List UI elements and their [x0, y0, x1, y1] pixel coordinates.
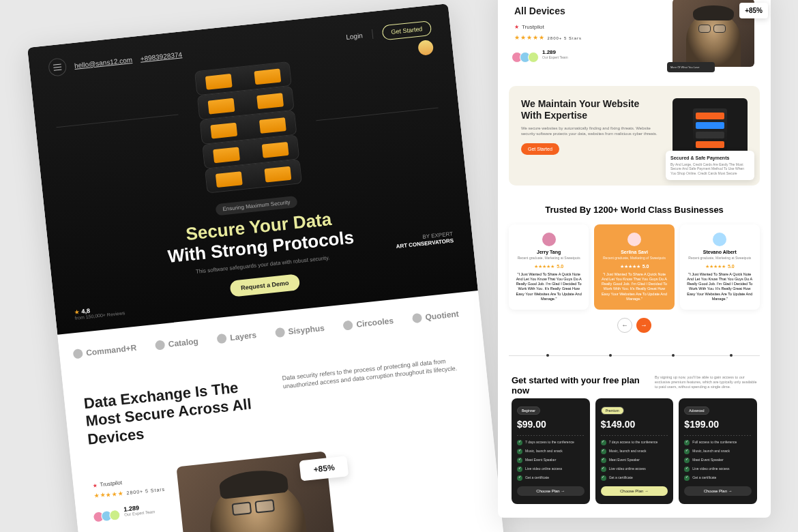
star-icon: ★ — [74, 308, 80, 316]
overlay-percent-card: +85% — [299, 456, 349, 481]
contact-email[interactable]: hello@sans12.com — [74, 56, 133, 70]
rating-stars: ★★★★★5.0 — [685, 264, 754, 269]
logo-item: Catalog — [155, 336, 198, 351]
trustpilot-block: ★Trustpilot ★★★★★ 2800+ 5 Stars 1.289 Ou… — [92, 475, 168, 522]
check-icon — [601, 440, 606, 445]
five-stars: ★★★★★ 2800+ 5 Stars — [514, 34, 663, 41]
rating-stars: ★★★★★5.0 — [600, 264, 668, 269]
server-rack-illustration: Secured & Safe Payments By And Large, Cr… — [673, 98, 748, 173]
maintain-desc: We secure websites by automatically find… — [521, 125, 662, 137]
testimonial-card: Stevano Albert Recent graduate, Marketin… — [680, 224, 760, 310]
section-heading: Data Exchange Is The Most Secure Across … — [83, 376, 273, 449]
wave-divider — [509, 345, 760, 366]
next-button[interactable]: → — [636, 318, 651, 333]
get-started-orange-button[interactable]: Get Started — [521, 143, 559, 155]
overlay-percent-small: +85% — [739, 3, 768, 18]
pricing-card-advanced: Advanced $199.00 Full access to the conf… — [679, 398, 757, 504]
avatar — [542, 233, 556, 246]
trustpilot-star-icon: ★ — [92, 482, 98, 489]
menu-icon[interactable] — [48, 57, 68, 77]
feature-list: 7 days access to the conference Music, l… — [517, 440, 585, 481]
plan-price: $199.00 — [684, 419, 752, 430]
section-description: Data security refers to the process of p… — [282, 355, 471, 428]
check-icon — [517, 475, 522, 481]
choose-plan-button[interactable]: Choose Plan → — [684, 486, 752, 496]
prev-button[interactable]: ← — [617, 318, 632, 333]
avatar — [713, 233, 726, 246]
plan-badge: Premium — [601, 407, 624, 415]
check-icon — [684, 475, 690, 481]
logo-item: Quotient — [412, 309, 459, 323]
pricing-card-premium: Premium $149.00 7 days access to the con… — [595, 398, 674, 504]
choose-plan-button[interactable]: Choose Plan → — [517, 486, 585, 496]
person-photo-small: More Of What You Love +85% — [673, 0, 754, 67]
plan-badge: Advanced — [684, 407, 709, 415]
pricing-card-beginner: Beginner $99.00 7 days access to the con… — [512, 398, 590, 504]
logo-item: Command+R — [73, 342, 137, 359]
logo-item: Sisyphus — [275, 323, 325, 338]
check-icon — [684, 467, 690, 472]
brand-logo — [417, 40, 434, 56]
testimonial-nav: ← → — [509, 318, 760, 333]
check-icon — [684, 449, 690, 454]
pricing-section: By signing up now, you'll be able to gai… — [498, 366, 771, 518]
check-icon — [517, 440, 522, 445]
check-icon — [684, 458, 690, 463]
divider — [372, 29, 373, 39]
avatar — [627, 233, 641, 246]
hero-section: hello@sans12.com +8983928374 Login Get S… — [27, 3, 478, 334]
logo-item: Circooles — [343, 316, 394, 331]
check-icon — [601, 449, 606, 454]
check-icon — [517, 458, 522, 463]
rating-stars: ★★★★★5.0 — [514, 264, 583, 269]
testimonials-heading: Trusted By 1200+ World Class Businesses — [509, 205, 760, 215]
testimonial-card-featured: Serlina Savi Recent graduate, Marketing … — [594, 224, 674, 310]
testimonial-card: Jerry Tang Recent graduate, Marketing at… — [509, 224, 589, 310]
feature-list: 7 days access to the conference Music, l… — [601, 440, 668, 481]
logo-item: Layers — [217, 330, 257, 344]
r-heading: All Devices — [514, 5, 663, 17]
team-avatars — [95, 509, 121, 523]
r-data-exchange: All Devices ★Trustpilot ★★★★★ 2800+ 5 St… — [498, 0, 771, 79]
plan-badge: Beginner — [517, 407, 540, 415]
check-icon — [601, 458, 606, 463]
testimonials-section: Trusted By 1200+ World Class Businesses … — [498, 192, 771, 345]
plan-price: $99.00 — [517, 419, 585, 430]
feature-list: Full access to the conference Music, lau… — [684, 440, 752, 481]
landing-continuation: All Devices ★Trustpilot ★★★★★ 2800+ 5 St… — [498, 0, 771, 518]
server-illustration — [188, 61, 309, 194]
payment-overlay-card: Secured & Safe Payments By And Large, Cr… — [666, 151, 754, 181]
check-icon — [601, 475, 606, 481]
check-icon — [517, 467, 522, 472]
maintain-section: We Maintain Your Website With Expertise … — [509, 86, 760, 186]
request-demo-button[interactable]: Request a Demo — [229, 274, 300, 297]
contact-phone[interactable]: +8983928374 — [140, 50, 182, 62]
plan-price: $149.00 — [601, 419, 668, 430]
pricing-sub: By signing up now, you'll be able to gai… — [655, 375, 757, 389]
choose-plan-button[interactable]: Choose Plan → — [601, 486, 668, 496]
maintain-heading: We Maintain Your Website With Expertise — [521, 98, 662, 121]
landing-hero-card: hello@sans12.com +8983928374 Login Get S… — [27, 3, 508, 532]
check-icon — [684, 440, 690, 445]
check-icon — [601, 467, 606, 472]
get-started-button[interactable]: Get Started — [381, 20, 432, 40]
overlay-dark-small: More Of What You Love — [667, 62, 715, 72]
check-icon — [517, 449, 522, 454]
trustpilot-star-icon: ★ — [514, 24, 519, 30]
login-link[interactable]: Login — [346, 31, 363, 40]
